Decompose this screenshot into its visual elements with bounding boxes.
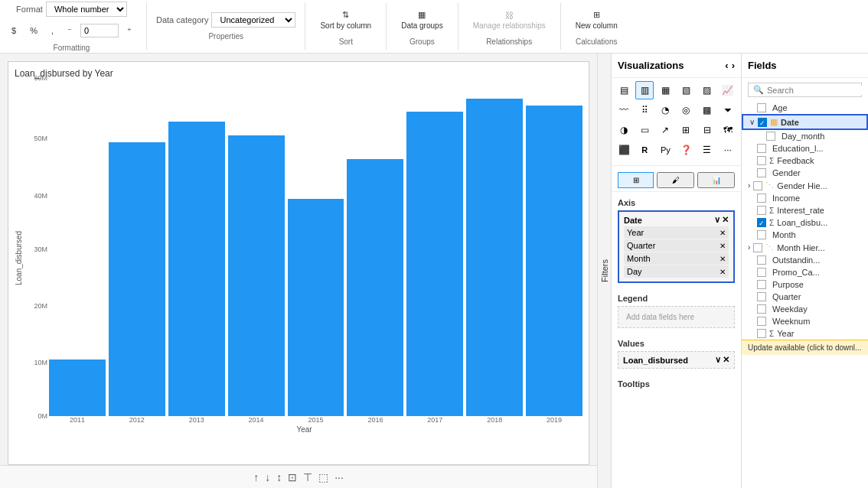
new-column-button[interactable]: ⊞ New column (570, 7, 623, 33)
viz-back-icon[interactable]: ‹ (725, 60, 728, 71)
stacked-bar-icon[interactable]: ▤ (615, 81, 633, 99)
axis-item-day[interactable]: Day ✕ (624, 265, 729, 278)
filter-icon[interactable]: ⊤ (303, 471, 312, 483)
card-icon[interactable]: ▭ (635, 121, 654, 139)
field-item-education[interactable]: Education_l... (742, 142, 868, 155)
viz-format-tab[interactable]: 🖌 (657, 172, 694, 188)
axis-item-quarter-close[interactable]: ✕ (720, 242, 726, 250)
values-expand-icon[interactable]: ∨ (715, 355, 721, 365)
axis-item-month-close[interactable]: ✕ (720, 255, 726, 263)
decimal-input[interactable] (80, 24, 119, 37)
checkbox-income[interactable] (757, 194, 766, 203)
field-expand-month-hie[interactable]: › (748, 243, 750, 252)
chart-container[interactable]: Loan_disbursed by Year Loan_disbursed 60… (8, 61, 589, 465)
field-item-month-hie[interactable]: › ⋱ Month Hier... (742, 241, 868, 254)
checkbox-interest-rate[interactable] (757, 206, 766, 215)
clustered-bar-icon[interactable]: ▥ (635, 81, 654, 99)
search-input[interactable] (767, 86, 868, 95)
checkbox-quarter[interactable] (757, 292, 766, 301)
checkbox-outstanding[interactable] (757, 255, 766, 265)
checkbox-month[interactable] (757, 230, 766, 239)
field-item-gender-hie[interactable]: › ⋱ Gender Hie... (742, 179, 868, 192)
table-icon[interactable]: ⊞ (677, 121, 695, 139)
axis-close-icon[interactable]: ✕ (722, 215, 729, 225)
axis-item-year-close[interactable]: ✕ (720, 229, 726, 237)
checkbox-weekday[interactable] (757, 304, 766, 314)
treemap-icon[interactable]: ▩ (698, 101, 716, 119)
percent-button[interactable]: % (24, 23, 43, 38)
move-down-icon[interactable]: ↓ (265, 471, 270, 483)
matrix-icon[interactable]: ⊟ (698, 121, 716, 139)
move-both-icon[interactable]: ↕ (276, 471, 282, 483)
comma-button[interactable]: , (46, 23, 59, 38)
slicer-icon[interactable]: ☰ (698, 141, 716, 159)
field-item-age[interactable]: Age (742, 102, 868, 114)
map-icon[interactable]: 🗺 (719, 121, 737, 139)
viz-forward-icon[interactable]: › (732, 60, 735, 71)
field-item-feedback[interactable]: Σ Feedback (742, 155, 868, 167)
field-item-year[interactable]: Σ Year (742, 327, 868, 340)
scatter-icon[interactable]: ⠿ (635, 101, 654, 119)
field-item-outstanding[interactable]: Outstandin... (742, 254, 868, 266)
axis-item-month[interactable]: Month ✕ (624, 252, 729, 265)
axis-item-quarter[interactable]: Quarter ✕ (624, 239, 729, 252)
field-item-date[interactable]: ∨ ▦ Date (742, 114, 868, 130)
stacked-area-icon[interactable]: ▨ (698, 81, 716, 99)
data-category-dropdown[interactable]: Uncategorized (211, 12, 295, 28)
kpi-icon[interactable]: ↗ (656, 121, 674, 139)
checkbox-year[interactable] (757, 329, 766, 338)
field-item-interest-rate[interactable]: Σ Interest_rate (742, 204, 868, 216)
field-item-month[interactable]: Month (742, 229, 868, 241)
field-item-quarter[interactable]: Quarter (742, 291, 868, 303)
checkbox-feedback[interactable] (757, 156, 766, 165)
whole-number-dropdown[interactable]: Whole number (46, 2, 127, 17)
filled-map-icon[interactable]: ⬛ (615, 141, 633, 159)
viz-fields-tab[interactable]: ⊞ (618, 172, 654, 188)
checkbox-education[interactable] (757, 144, 766, 153)
data-groups-button[interactable]: ▦ Data groups (396, 7, 448, 33)
field-item-promo[interactable]: Promo_Ca... (742, 266, 868, 278)
clustered-col-icon[interactable]: ▧ (677, 81, 695, 99)
checkbox-purpose[interactable] (757, 280, 766, 289)
field-item-weekday[interactable]: Weekday (742, 303, 868, 315)
funnel-icon[interactable]: ⏷ (719, 101, 737, 119)
line-chart-icon[interactable]: 📈 (719, 81, 737, 99)
fields-search[interactable]: 🔍 (748, 83, 862, 97)
axis-item-year[interactable]: Year ✕ (624, 226, 729, 239)
checkbox-promo[interactable] (757, 268, 766, 277)
currency-button[interactable]: $ (6, 23, 21, 38)
more-viz-icon[interactable]: ··· (719, 141, 737, 159)
donut-icon[interactable]: ◎ (677, 101, 695, 119)
viz-analytics-tab[interactable]: 📊 (697, 172, 735, 188)
decimal-increase[interactable]: ⁺ (122, 23, 137, 39)
checkbox-day-month[interactable] (766, 132, 775, 141)
field-expand-date[interactable]: ∨ (749, 118, 755, 126)
checkbox-weeknum[interactable] (757, 317, 766, 326)
field-item-loan-disbursed[interactable]: Σ Loan_disbu... (742, 216, 868, 229)
decimal-decrease[interactable]: ⁻ (62, 23, 77, 39)
stacked-col-icon[interactable]: ▦ (656, 81, 674, 99)
checkbox-month-hie[interactable] (753, 243, 762, 252)
checkbox-gender[interactable] (757, 168, 766, 177)
focus-icon[interactable]: ⬚ (318, 471, 328, 483)
field-expand-gender-hie[interactable]: › (748, 181, 750, 190)
expand-icon[interactable]: ⊡ (288, 471, 297, 483)
more-icon[interactable]: ··· (334, 471, 344, 483)
filters-panel[interactable]: Filters (598, 54, 612, 488)
checkbox-loan-disbursed[interactable] (757, 218, 766, 227)
area-chart-icon[interactable]: 〰 (615, 101, 633, 119)
values-close-icon[interactable]: ✕ (723, 355, 729, 365)
field-item-weeknum[interactable]: Weeknum (742, 315, 868, 327)
axis-expand-icon[interactable]: ∨ (714, 215, 720, 225)
qa-icon[interactable]: ❓ (677, 141, 695, 159)
python-icon[interactable]: Py (656, 141, 674, 159)
axis-item-day-close[interactable]: ✕ (720, 268, 726, 276)
gauge-icon[interactable]: ◑ (615, 121, 633, 139)
update-bar[interactable]: Update available (click to downl... (742, 340, 868, 355)
move-up-icon[interactable]: ↑ (253, 471, 259, 483)
field-item-purpose[interactable]: Purpose (742, 278, 868, 291)
checkbox-date[interactable] (758, 118, 767, 127)
checkbox-age[interactable] (757, 103, 766, 112)
r-icon[interactable]: R (635, 141, 654, 159)
checkbox-gender-hie[interactable] (753, 181, 762, 190)
